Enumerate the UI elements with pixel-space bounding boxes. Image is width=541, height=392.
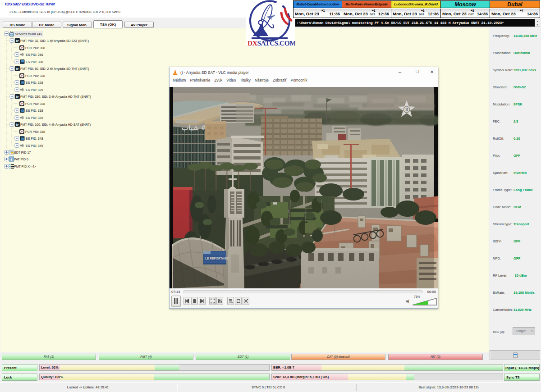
svg-text:DXSATCS.COM: DXSATCS.COM: [248, 39, 295, 46]
